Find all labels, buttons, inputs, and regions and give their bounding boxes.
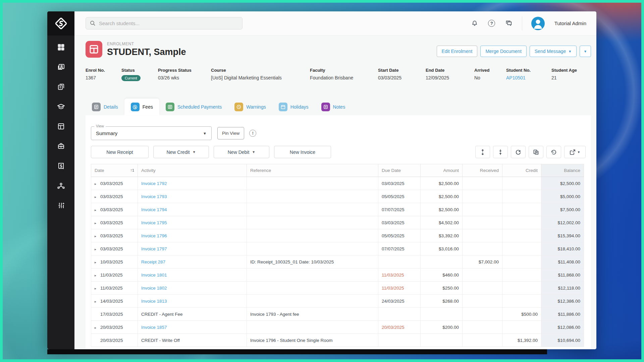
cell-due-date: 03/03/2025 [378,177,421,190]
help-icon[interactable]: ? [488,19,496,27]
cell-activity[interactable]: Invoice 1794 [138,203,247,216]
info-end-date: End Date12/09/2025 [426,68,474,81]
student-no-link[interactable]: AP10501 [506,75,549,80]
tab-holidays[interactable]: Holidays [272,99,315,115]
expand-caret-icon[interactable]: ▸ [95,326,100,329]
table-row[interactable]: ▸03/03/2025Invoice 179605/05/2025$3,392.… [91,229,584,242]
sidebar-item-network[interactable] [54,181,68,190]
table-row[interactable]: ▸03/03/2025Invoice 179503/03/2025$4,502.… [91,216,584,229]
view-select[interactable]: View Summary ▼ [91,126,212,140]
tab-notes[interactable]: Notes [315,99,352,115]
expand-caret-icon[interactable]: ▸ [95,195,100,199]
copy-grid-icon[interactable] [529,146,543,158]
table-row[interactable]: ▸03/03/2025Invoice 179305/05/2025$2,500.… [91,190,584,203]
new-debit-button[interactable]: New Debit▼ [214,146,269,158]
new-receipt-button[interactable]: New Receipt [91,146,149,158]
search-input[interactable] [99,20,238,26]
table-row[interactable]: 20/03/2025CREDIT - Write OffInvoice 1796… [91,334,584,347]
cell-activity[interactable]: Invoice 1857 [138,321,247,334]
table-row[interactable]: ▸11/03/2025Invoice 180211/03/2025$250.00… [91,282,584,295]
col-received[interactable]: Received [463,164,502,177]
tab-fees[interactable]: Fees [124,99,159,115]
table-row[interactable]: ▸14/03/2025Invoice 181324/03/2025$268.00… [91,295,584,308]
expand-caret-icon[interactable]: ▸ [95,300,100,303]
refresh-icon[interactable] [511,146,526,158]
cell-activity[interactable]: Invoice 1797 [138,242,247,255]
cell-activity[interactable]: Invoice 1801 [138,268,247,282]
notifications-bell-icon[interactable] [471,19,479,27]
info-icon[interactable]: ! [249,130,256,137]
merge-document-button[interactable]: Merge Document [480,46,526,57]
sidebar-item-finance[interactable] [54,162,68,170]
cell-date: ▸20/03/2025 [91,321,138,334]
tab-details[interactable]: Details [86,99,124,115]
expand-caret-icon[interactable]: ▸ [95,247,100,251]
cell-activity[interactable]: Invoice 1813 [138,295,247,308]
sidebar-item-dashboard[interactable] [54,43,68,52]
cell-reference [247,282,378,295]
sort-asc-icon[interactable]: ↑1 [130,168,134,173]
cell-activity[interactable]: Invoice 1792 [138,177,247,190]
send-message-button[interactable]: Send Message▼ [530,46,577,57]
table-row[interactable]: ▸20/03/2025Invoice 185720/03/2025$200.00… [91,321,584,334]
expand-caret-icon[interactable]: ▸ [95,274,100,277]
fees-panel: View Summary ▼ Pin View ! New Receipt Ne… [86,115,591,349]
export-icon[interactable]: ▼ [564,146,586,158]
table-row[interactable]: ▸03/03/2025Invoice 179707/07/2025$3,016.… [91,242,584,255]
expand-caret-icon[interactable]: ▸ [95,234,100,238]
user-avatar[interactable] [531,17,545,30]
cell-activity[interactable]: Invoice 1796 [138,229,247,242]
expand-caret-icon[interactable]: ▸ [95,221,100,225]
more-actions-button[interactable]: ▼ [580,46,591,57]
pin-view-button[interactable]: Pin View [217,127,244,139]
tab-scheduled-payments[interactable]: Scheduled Payments [159,99,228,115]
col-amount[interactable]: Amount [421,164,463,177]
col-date[interactable]: Date ↑1 [91,164,138,177]
col-credit[interactable]: Credit [502,164,541,177]
col-due-date[interactable]: Due Date [378,164,421,177]
expand-caret-icon[interactable]: ▸ [95,287,100,290]
col-reference[interactable]: Reference [247,164,378,177]
expand-caret-icon[interactable]: ▸ [95,208,100,212]
info-faculty: FacultyFoundation Brisbane [310,68,378,81]
col-balance[interactable]: Balance [541,164,584,177]
edit-enrolment-button[interactable]: Edit Enrolment [437,46,478,57]
cell-received [463,203,502,216]
expand-caret-icon[interactable]: ▸ [95,182,100,186]
table-row[interactable]: ▸10/03/2025Receipt 287ID: Receipt_100325… [91,255,584,268]
messages-icon[interactable] [505,19,513,27]
collapse-rows-icon[interactable] [493,146,508,158]
info-enrol-no: Enrol No.1367 [86,68,121,81]
student-search[interactable] [86,17,243,29]
expand-caret-icon[interactable]: ▸ [95,260,100,264]
tab-warnings[interactable]: Warnings [228,99,272,115]
new-credit-button[interactable]: New Credit▼ [153,146,209,158]
sidebar-item-enrolments[interactable] [54,122,68,131]
cell-credit [502,216,541,229]
sidebar-item-students[interactable] [54,63,68,71]
table-row[interactable]: ▸03/03/2025Invoice 179203/03/2025$2,500.… [91,177,584,190]
expand-rows-icon[interactable] [475,146,490,158]
col-activity[interactable]: Activity [138,164,247,177]
enrolment-tabs: Details Fees Scheduled Pay [86,99,596,115]
sidebar-item-agents[interactable] [54,142,68,150]
cell-activity[interactable]: Invoice 1795 [138,216,247,229]
cell-activity[interactable]: Invoice 1793 [138,190,247,203]
history-icon[interactable] [546,146,561,158]
sidebar-item-settings[interactable] [54,201,68,210]
cell-activity[interactable]: Receipt 287 [138,255,247,268]
cell-date: ▸11/03/2025 [91,268,138,282]
table-row[interactable]: ▸11/03/2025Invoice 180111/03/2025$460.00… [91,268,584,282]
app-logo[interactable] [47,11,74,36]
cell-activity[interactable]: Invoice 1802 [138,282,247,295]
cell-amount: $460.00 [421,268,463,282]
enrolment-icon [86,41,102,58]
user-name[interactable]: Tutorial Admin [554,20,586,26]
cell-reference [247,268,378,282]
chevron-down-icon: ▼ [193,150,196,154]
table-row[interactable]: 17/03/2025CREDIT - Agent FeeInvoice 1793… [91,308,584,321]
new-invoice-button[interactable]: New Invoice [274,146,331,158]
sidebar-item-documents[interactable] [54,82,68,91]
sidebar-item-courses[interactable] [54,102,68,111]
table-row[interactable]: ▸03/03/2025Invoice 179407/07/2025$2,500.… [91,203,584,216]
